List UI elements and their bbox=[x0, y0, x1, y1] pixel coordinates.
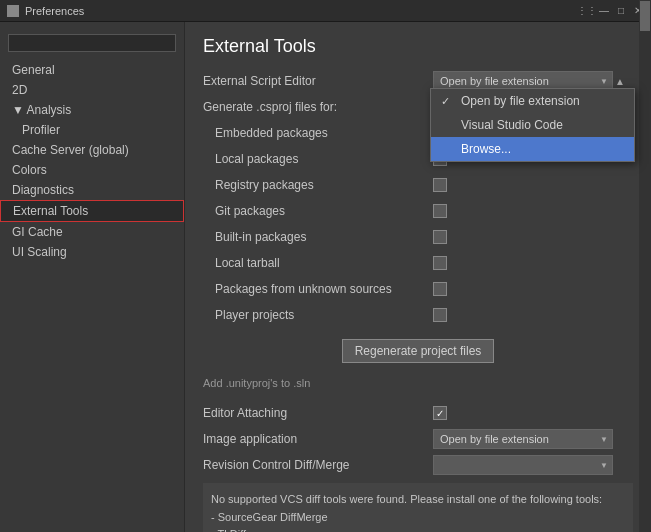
sidebar-search bbox=[0, 30, 184, 56]
sidebar-item-analysis[interactable]: ▼ Analysis bbox=[0, 100, 184, 120]
git-label: Git packages bbox=[203, 204, 433, 218]
revision-dropdown-arrow-icon: ▼ bbox=[600, 461, 608, 470]
page-title: External Tools bbox=[203, 36, 633, 57]
builtin-label: Built-in packages bbox=[203, 230, 433, 244]
vcs-message: No supported VCS diff tools were found. … bbox=[203, 483, 633, 532]
sidebar-item-2d[interactable]: 2D bbox=[0, 80, 184, 100]
sidebar-item-cache-server[interactable]: Cache Server (global) bbox=[0, 140, 184, 160]
revision-control-dropdown[interactable]: ▼ bbox=[433, 455, 613, 475]
sidebar-search-input[interactable] bbox=[8, 34, 176, 52]
maximize-button[interactable]: □ bbox=[614, 4, 628, 18]
revision-control-label: Revision Control Diff/Merge bbox=[203, 458, 433, 472]
local-label: Local packages bbox=[203, 152, 433, 166]
tool-1: - SourceGear DiffMerge bbox=[211, 511, 328, 523]
svg-rect-0 bbox=[7, 5, 19, 17]
minimize-button[interactable]: — bbox=[597, 4, 611, 18]
dropdown-popup: ✓ Open by file extension Visual Studio C… bbox=[430, 88, 635, 162]
dropdown-arrow-icon: ▼ bbox=[600, 77, 608, 86]
sidebar-item-ui-scaling[interactable]: UI Scaling bbox=[0, 242, 184, 262]
title-bar: Preferences ⋮⋮ — □ ✕ bbox=[0, 0, 651, 22]
title-bar-menu[interactable]: ⋮⋮ bbox=[580, 4, 594, 18]
check-icon: ✓ bbox=[441, 95, 455, 108]
script-editor-label: External Script Editor bbox=[203, 74, 433, 88]
regenerate-button[interactable]: Regenerate project files bbox=[342, 339, 495, 363]
tool-2: - TkDiff bbox=[211, 528, 246, 532]
title-bar-title: Preferences bbox=[25, 5, 580, 17]
scrollbar-up-icon[interactable]: ▲ bbox=[615, 76, 625, 87]
title-bar-icon bbox=[6, 4, 20, 18]
dropdown-item-vscode[interactable]: Visual Studio Code bbox=[431, 113, 634, 137]
builtin-checkbox[interactable] bbox=[433, 230, 447, 244]
dropdown-item-open-ext[interactable]: ✓ Open by file extension bbox=[431, 89, 634, 113]
image-application-label: Image application bbox=[203, 432, 433, 446]
content-scrollbar[interactable] bbox=[639, 0, 651, 532]
sidebar-item-diagnostics[interactable]: Diagnostics bbox=[0, 180, 184, 200]
dropdown-item-browse[interactable]: Browse... bbox=[431, 137, 634, 161]
image-application-dropdown[interactable]: Open by file extension ▼ bbox=[433, 429, 613, 449]
generate-label: Generate .csproj files for: bbox=[203, 100, 433, 114]
editor-attaching-label: Editor Attaching bbox=[203, 406, 433, 420]
tarball-checkbox[interactable] bbox=[433, 256, 447, 270]
player-label: Player projects bbox=[203, 308, 433, 322]
scrollbar-thumb[interactable] bbox=[640, 1, 650, 31]
editor-attaching-checkbox[interactable] bbox=[433, 406, 447, 420]
sidebar-item-profiler[interactable]: Profiler bbox=[0, 120, 184, 140]
add-sln-label: Add .unityproj's to .sln bbox=[203, 377, 310, 389]
sidebar-item-general[interactable]: General bbox=[0, 60, 184, 80]
registry-checkbox[interactable] bbox=[433, 178, 447, 192]
embedded-label: Embedded packages bbox=[203, 126, 433, 140]
sidebar-item-colors[interactable]: Colors bbox=[0, 160, 184, 180]
player-checkbox[interactable] bbox=[433, 308, 447, 322]
unknown-checkbox[interactable] bbox=[433, 282, 447, 296]
sidebar-item-gi-cache[interactable]: GI Cache bbox=[0, 222, 184, 242]
registry-label: Registry packages bbox=[203, 178, 433, 192]
git-checkbox[interactable] bbox=[433, 204, 447, 218]
sidebar: General 2D ▼ Analysis Profiler Cache Ser… bbox=[0, 22, 185, 532]
sidebar-item-external-tools[interactable]: External Tools bbox=[0, 200, 184, 222]
tarball-label: Local tarball bbox=[203, 256, 433, 270]
image-dropdown-arrow-icon: ▼ bbox=[600, 435, 608, 444]
unknown-label: Packages from unknown sources bbox=[203, 282, 433, 296]
